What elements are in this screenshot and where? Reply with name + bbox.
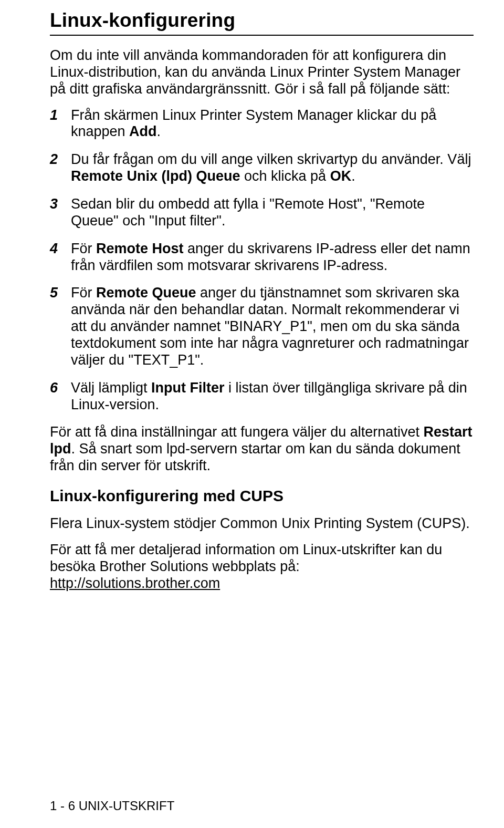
step-number: 4 xyxy=(50,241,66,257)
intro-paragraph: Om du inte vill använda kommandoraden fö… xyxy=(50,47,474,98)
step-number: 2 xyxy=(50,151,66,168)
step-2: 2 Du får frågan om du vill ange vilken s… xyxy=(50,151,474,185)
step-4: 4 För Remote Host anger du skrivarens IP… xyxy=(50,241,474,274)
bold-add: Add xyxy=(129,123,156,139)
step-text: Från skärmen Linux Printer System Manage… xyxy=(71,107,436,140)
bold-remote-unix: Remote Unix (lpd) Queue xyxy=(71,168,240,184)
title-rule xyxy=(50,35,474,36)
step-text: och klicka på xyxy=(240,168,330,184)
bold-remote-host: Remote Host xyxy=(96,241,184,256)
step-text: . xyxy=(351,168,355,184)
step-number: 5 xyxy=(50,285,66,302)
bold-remote-queue: Remote Queue xyxy=(96,285,196,301)
step-number: 6 xyxy=(50,380,66,397)
after-paragraph: För att få dina inställningar att funger… xyxy=(50,424,474,474)
page-footer: 1 - 6 UNIX-UTSKRIFT xyxy=(50,799,174,813)
document-page: Linux-konfigurering Om du inte vill anvä… xyxy=(0,0,504,828)
solutions-link[interactable]: http://solutions.brother.com xyxy=(50,575,220,591)
subheading-cups: Linux-konfigurering med CUPS xyxy=(50,487,474,505)
after-text: . Så snart som lpd-servern startar om ka… xyxy=(50,441,460,473)
step-text: För xyxy=(71,241,96,256)
step-3: 3 Sedan blir du ombedd att fylla i "Remo… xyxy=(50,196,474,230)
step-number: 3 xyxy=(50,196,66,213)
page-title: Linux-konfigurering xyxy=(50,9,474,32)
step-text: Sedan blir du ombedd att fylla i "Remote… xyxy=(71,196,425,229)
step-number: 1 xyxy=(50,107,66,124)
step-6: 6 Välj lämpligt Input Filter i listan öv… xyxy=(50,380,474,413)
link-paragraph: För att få mer detaljerad information om… xyxy=(50,542,474,592)
step-text: . xyxy=(157,123,161,139)
step-text: Du får frågan om du vill ange vilken skr… xyxy=(71,151,471,167)
link-intro-text: För att få mer detaljerad information om… xyxy=(50,542,442,574)
step-5: 5 För Remote Queue anger du tjänstnamnet… xyxy=(50,285,474,368)
after-text: För att få dina inställningar att funger… xyxy=(50,424,423,440)
step-1: 1 Från skärmen Linux Printer System Mana… xyxy=(50,107,474,141)
cups-paragraph: Flera Linux-system stödjer Common Unix P… xyxy=(50,515,474,532)
step-text: För xyxy=(71,285,96,301)
bold-ok: OK xyxy=(330,168,352,184)
step-text: Välj lämpligt xyxy=(71,380,151,396)
steps-list: 1 Från skärmen Linux Printer System Mana… xyxy=(50,107,474,413)
bold-input-filter: Input Filter xyxy=(151,380,224,396)
